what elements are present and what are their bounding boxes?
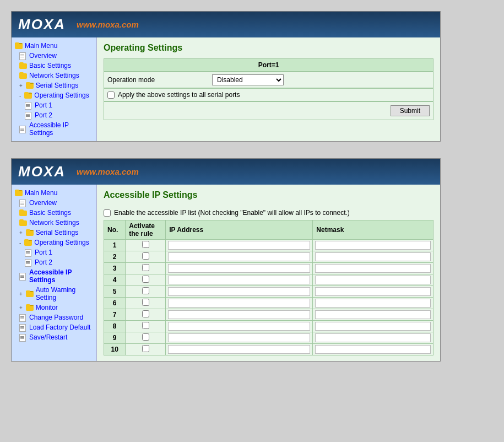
panel-header-2: MOXA www.moxa.com xyxy=(12,159,440,185)
ip-address-input-8[interactable] xyxy=(168,322,310,331)
sidebar-item-basic-settings[interactable]: Basic Settings xyxy=(12,61,96,71)
section-title-2: Accessible IP Settings xyxy=(104,190,433,200)
sidebar-item-mainmenu[interactable]: Main Menu xyxy=(12,41,96,51)
ip-address-input-10[interactable] xyxy=(168,345,310,354)
panel-body-2: Main Menu Overview Basic Settings Networ… xyxy=(12,185,440,361)
toggle-icon: + xyxy=(19,83,23,89)
doc-icon xyxy=(19,314,27,321)
toggle-icon: + xyxy=(19,305,23,311)
activate-checkbox-5[interactable] xyxy=(142,287,149,294)
activate-cell xyxy=(126,321,166,332)
ip-address-input-9[interactable] xyxy=(168,333,310,342)
activate-checkbox-3[interactable] xyxy=(142,264,149,271)
netmask-input-6[interactable] xyxy=(315,299,431,308)
sidebar2-item-load-factory[interactable]: Load Factory Default xyxy=(12,322,96,332)
ip-address-input-2[interactable] xyxy=(168,252,310,261)
row-num: 7 xyxy=(104,309,126,321)
toggle-icon: + xyxy=(19,291,23,297)
activate-checkbox-6[interactable] xyxy=(142,299,149,306)
submit-button[interactable]: Submit xyxy=(391,105,430,116)
ip-address-cell xyxy=(166,321,313,332)
ip-address-input-7[interactable] xyxy=(168,310,310,319)
header-url: www.moxa.com xyxy=(77,20,139,29)
sidebar2-item-accessible-ip[interactable]: Accessible IP Settings xyxy=(12,267,96,285)
operating-settings-table: Port=1 xyxy=(104,58,433,72)
toggle-icon: + xyxy=(19,230,23,236)
ip-address-input-1[interactable] xyxy=(168,241,310,250)
sidebar-item-port2[interactable]: Port 2 xyxy=(12,110,96,120)
row-num: 9 xyxy=(104,332,126,344)
operation-mode-select[interactable]: Disabled Real COM TCP Server TCP Client … xyxy=(212,74,284,85)
operation-mode-row: Operation mode Disabled Real COM TCP Ser… xyxy=(104,72,433,88)
activate-cell xyxy=(126,309,166,321)
netmask-input-5[interactable] xyxy=(315,287,431,296)
activate-checkbox-8[interactable] xyxy=(142,322,149,329)
doc-icon xyxy=(25,102,32,109)
netmask-input-1[interactable] xyxy=(315,241,431,250)
apply-all-label: Apply the above settings to all serial p… xyxy=(118,91,240,99)
netmask-input-8[interactable] xyxy=(315,322,431,331)
netmask-input-4[interactable] xyxy=(315,276,431,284)
row-num: 4 xyxy=(104,274,126,286)
sidebar2-item-basic-settings[interactable]: Basic Settings xyxy=(12,208,96,218)
activate-checkbox-7[interactable] xyxy=(142,310,149,317)
activate-cell xyxy=(126,240,166,251)
activate-cell xyxy=(126,251,166,263)
ip-address-cell xyxy=(166,263,313,274)
sidebar2-item-serial-settings[interactable]: + Serial Settings xyxy=(12,228,96,238)
activate-checkbox-4[interactable] xyxy=(142,276,149,283)
row-num: 6 xyxy=(104,298,126,309)
ip-address-input-6[interactable] xyxy=(168,299,310,308)
sidebar2-item-save-restart[interactable]: Save/Restart xyxy=(12,332,96,342)
row-num: 1 xyxy=(104,240,126,251)
sidebar-item-network-settings[interactable]: Network Settings xyxy=(12,71,96,80)
ip-address-input-3[interactable] xyxy=(168,264,310,273)
ip-address-cell xyxy=(166,286,313,298)
activate-checkbox-9[interactable] xyxy=(142,333,149,341)
sidebar2-item-overview[interactable]: Overview xyxy=(12,198,96,208)
col-no: No. xyxy=(104,220,126,240)
sidebar2-item-port1[interactable]: Port 1 xyxy=(12,247,96,257)
activate-checkbox-2[interactable] xyxy=(142,252,149,260)
sidebar2-item-change-password[interactable]: Change Password xyxy=(12,312,96,322)
ip-table-row: 7 xyxy=(104,309,433,321)
sidebar-item-port1[interactable]: Port 1 xyxy=(12,100,96,110)
netmask-input-2[interactable] xyxy=(315,252,431,261)
ip-table-row: 3 xyxy=(104,263,433,274)
row-num: 10 xyxy=(104,344,126,355)
folder-open-icon xyxy=(24,92,32,99)
netmask-cell xyxy=(313,240,433,251)
activate-cell xyxy=(126,263,166,274)
ip-table-row: 4 xyxy=(104,274,433,286)
netmask-input-9[interactable] xyxy=(315,333,431,342)
row-num: 3 xyxy=(104,263,126,274)
activate-checkbox-10[interactable] xyxy=(142,345,149,352)
sidebar2-item-auto-warning[interactable]: + Auto Warning Setting xyxy=(12,285,96,303)
sidebar-item-accessible-ip[interactable]: Accessible IP Settings xyxy=(12,120,96,138)
sidebar-item-serial-settings[interactable]: + Serial Settings xyxy=(12,80,96,90)
sidebar2-item-port2[interactable]: Port 2 xyxy=(12,257,96,267)
netmask-input-10[interactable] xyxy=(315,345,431,354)
activate-checkbox-1[interactable] xyxy=(142,241,149,248)
enable-ip-list-checkbox[interactable] xyxy=(104,209,111,217)
ip-address-cell xyxy=(166,274,313,286)
netmask-input-7[interactable] xyxy=(315,310,431,319)
ip-address-input-4[interactable] xyxy=(168,276,310,284)
sidebar-item-operating-settings[interactable]: - Operating Settings xyxy=(12,90,96,100)
netmask-input-3[interactable] xyxy=(315,264,431,273)
sidebar-item-overview[interactable]: Overview xyxy=(12,51,96,61)
ip-table-row: 8 xyxy=(104,321,433,332)
panel-accessible-ip: MOXA www.moxa.com Main Menu Overview Bas… xyxy=(11,158,441,362)
sidebar2-item-operating-settings[interactable]: - Operating Settings xyxy=(12,238,96,247)
folder-open-icon xyxy=(15,190,23,196)
ip-address-input-5[interactable] xyxy=(168,287,310,296)
sidebar2-item-network-settings[interactable]: Network Settings xyxy=(12,218,96,228)
ip-address-cell xyxy=(166,251,313,263)
folder-open-icon xyxy=(15,42,23,49)
sidebar-panel1: Main Menu Overview Basic Settings Networ… xyxy=(12,37,97,141)
sidebar2-item-monitor[interactable]: + Monitor xyxy=(12,303,96,312)
col-activate: Activate the rule xyxy=(126,220,166,240)
apply-all-checkbox[interactable] xyxy=(107,91,115,99)
operation-mode-label: Operation mode xyxy=(107,76,207,84)
sidebar2-item-mainmenu[interactable]: Main Menu xyxy=(12,188,96,198)
